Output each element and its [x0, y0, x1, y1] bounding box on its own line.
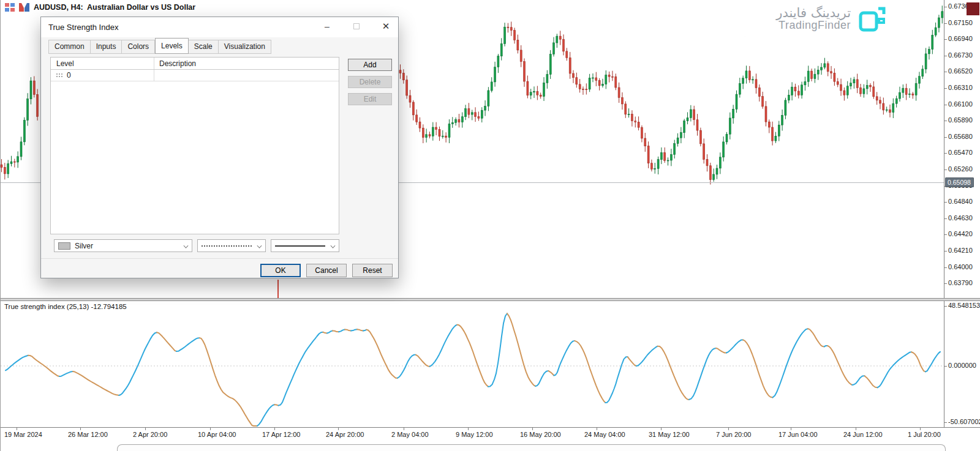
time-axis[interactable]: 19 Mar 202426 Mar 12:002 Apr 20:0010 Apr…	[1, 427, 980, 441]
color-name: Silver	[75, 242, 93, 250]
tab-levels[interactable]: Levels	[155, 38, 189, 54]
dialog-separator	[41, 258, 398, 259]
time-axis-label: 16 May 20:00	[520, 431, 561, 438]
tab-inputs[interactable]: Inputs	[91, 40, 123, 54]
price-axis-label: 0.65890	[948, 116, 973, 124]
tab-scale[interactable]: Scale	[189, 40, 219, 54]
tab-common[interactable]: Common	[48, 40, 91, 54]
chevron-down-icon	[184, 244, 189, 248]
time-axis-label: 17 Apr 12:00	[262, 431, 300, 438]
time-axis-label: 10 Apr 04:00	[198, 431, 236, 438]
axis-tick	[944, 137, 947, 138]
indicator-axis-label: 48.548153	[948, 302, 980, 309]
drag-handle-icon	[56, 73, 64, 78]
time-tick	[856, 428, 856, 430]
indicator-name-label: True strength index (25,13) -12.794185	[4, 303, 127, 310]
table-header: Level Description	[51, 58, 339, 70]
axis-tick	[944, 170, 947, 170]
axis-tick	[944, 366, 947, 367]
time-axis-label: 9 May 12:00	[456, 431, 493, 438]
maximize-button[interactable]	[346, 17, 367, 35]
top-right-red-box	[967, 2, 979, 15]
price-axis[interactable]: 0.65098 0.673600.671500.669400.667300.66…	[944, 0, 980, 427]
chevron-down-icon	[331, 244, 336, 248]
add-button[interactable]: Add	[348, 59, 392, 71]
mql-logo-icon	[19, 3, 29, 12]
time-tick	[145, 428, 146, 430]
time-tick	[468, 428, 469, 430]
time-tick	[920, 428, 921, 430]
time-tick	[791, 428, 791, 430]
column-header-level[interactable]: Level	[56, 59, 74, 68]
table-row[interactable]: 0	[51, 70, 339, 81]
time-tick	[597, 428, 597, 430]
time-axis-label: 31 May 12:00	[649, 431, 690, 438]
axis-tick	[944, 105, 947, 105]
axis-tick	[944, 39, 947, 40]
line-style-select[interactable]	[197, 239, 266, 252]
time-tick	[17, 428, 17, 430]
time-tick	[404, 428, 404, 430]
time-axis-label: 24 Jun 12:00	[843, 431, 883, 438]
dialog-titlebar[interactable]: True Strength Index – ✕	[41, 17, 398, 37]
time-tick	[728, 428, 729, 430]
solid-line-preview	[275, 245, 325, 247]
time-axis-label: 24 May 04:00	[584, 431, 625, 438]
watermark-title-fa: تریدینگ فایندر	[776, 6, 851, 20]
indicator-properties-dialog: True Strength Index – ✕ Common Inputs Co…	[40, 17, 399, 278]
price-axis-label: 0.66940	[948, 35, 973, 42]
close-button[interactable]: ✕	[375, 17, 396, 35]
maximize-icon	[353, 23, 360, 29]
axis-tick	[944, 23, 947, 24]
chevron-down-icon	[257, 244, 262, 248]
chart-window-icon	[5, 3, 15, 12]
cancel-button[interactable]: Cancel	[306, 264, 347, 277]
axis-tick	[944, 267, 947, 268]
symbol-title: AUDUSD, H4: Australian Dollar vs US Doll…	[34, 3, 195, 12]
symbol-title-bar: AUDUSD, H4: Australian Dollar vs US Doll…	[5, 3, 195, 12]
tab-colors[interactable]: Colors	[122, 40, 155, 54]
price-axis-label: 0.64420	[948, 230, 973, 237]
price-axis-label: 0.65260	[948, 165, 973, 173]
axis-tick	[944, 218, 947, 219]
column-header-description[interactable]: Description	[159, 59, 196, 68]
bottom-strip	[1, 441, 980, 451]
axis-tick	[944, 7, 947, 7]
price-axis-label: 0.64000	[948, 263, 973, 270]
time-tick	[532, 428, 533, 430]
edit-button[interactable]: Edit	[348, 93, 392, 105]
levels-table: Level Description 0	[50, 57, 339, 234]
reset-button[interactable]: Reset	[352, 264, 393, 277]
time-tick	[661, 428, 662, 430]
bottom-panel-edge	[117, 444, 946, 451]
price-axis-label: 0.64840	[948, 198, 973, 205]
dialog-tabs: Common Inputs Colors Levels Scale Visual…	[48, 40, 271, 54]
axis-tick	[944, 88, 947, 89]
delete-button[interactable]: Delete	[348, 76, 392, 88]
level-value: 0	[67, 71, 71, 80]
time-axis-label: 19 Mar 2024	[4, 431, 42, 438]
ok-button[interactable]: OK	[260, 264, 301, 277]
axis-tick	[944, 283, 947, 284]
indicator-axis-label: 0.000000	[948, 362, 976, 369]
axis-tick	[944, 56, 947, 56]
line-width-select[interactable]	[271, 239, 339, 252]
price-axis-label: 0.66310	[948, 84, 973, 91]
watermark-title-en: TradingFinder	[778, 20, 851, 31]
time-axis-label: 7 Jun 20:00	[716, 431, 752, 438]
panel-splitter[interactable]	[1, 298, 980, 301]
tsi-canvas	[1, 301, 944, 427]
level-color-select[interactable]: Silver	[54, 239, 192, 252]
tsi-indicator-chart[interactable]: True strength index (25,13) -12.794185	[1, 301, 944, 427]
tab-visualization[interactable]: Visualization	[219, 40, 271, 54]
time-tick	[274, 428, 275, 430]
price-axis-label: 0.67150	[948, 19, 973, 26]
minimize-icon: –	[325, 21, 330, 31]
price-axis-label: 0.66730	[948, 51, 973, 59]
minimize-button[interactable]: –	[317, 17, 337, 35]
axis-tick	[944, 234, 947, 235]
time-axis-label: 17 Jun 04:00	[778, 431, 818, 438]
price-axis-label: 0.63790	[948, 279, 973, 286]
indicator-axis-label: -50.607002	[948, 418, 980, 425]
dialog-title: True Strength Index	[48, 23, 118, 32]
